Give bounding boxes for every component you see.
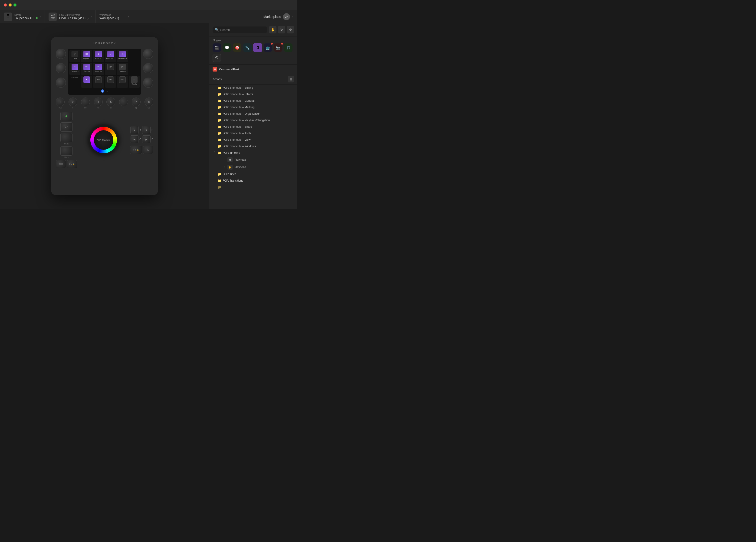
- chevron-titles: ›: [213, 173, 216, 176]
- screen-cell-beats[interactable]: ♪ Beats Per...: [105, 50, 116, 62]
- plugin-spotify[interactable]: 🎵: [284, 43, 293, 52]
- btn-undo[interactable]: Undo: [56, 133, 77, 145]
- knob-1[interactable]: [56, 49, 66, 59]
- btn-6[interactable]: 6 ↵: [119, 98, 128, 109]
- plugin-circle[interactable]: 🎯: [233, 43, 241, 52]
- knob-4[interactable]: [143, 49, 153, 59]
- plugin-clock[interactable]: ⏱: [213, 54, 221, 62]
- screen-cell-about[interactable]: ℹ About Fi...: [93, 50, 104, 62]
- center-area: ↩ Undo Save ⌨: [56, 112, 153, 168]
- knob-6[interactable]: [143, 78, 153, 88]
- tree-item-more[interactable]: › 📁 ...: [209, 184, 297, 191]
- cell-label-positionx: Position X: [119, 70, 126, 72]
- search-input-wrap[interactable]: 🔍: [213, 26, 267, 33]
- tree-label-effects: FCP: Shortcuts – Effects: [223, 93, 294, 96]
- plugin-twitch[interactable]: 📺: [264, 43, 272, 52]
- screen-cell-fav2[interactable]: ★ Favourite...: [69, 63, 80, 75]
- btn-down[interactable]: ▼: [142, 126, 151, 134]
- tree-item-windows[interactable]: › 📁 FCP: Shortcuts – Windows: [209, 143, 297, 150]
- filter-button[interactable]: ⚙: [287, 26, 294, 33]
- tree-item-tools[interactable]: › 📁 FCP: Shortcuts – Tools: [209, 130, 297, 137]
- user-avatar[interactable]: CH: [283, 13, 290, 20]
- number-button-row: 1 Tab 2 ⇧ 3 Ctrl 4 Alt: [56, 98, 153, 109]
- tree-label-playback: FCP: Shortcuts – Playback/Navigation: [223, 119, 294, 122]
- screen-cell-playhead[interactable]: Playhead: [69, 76, 80, 88]
- screen-cell-na1[interactable]: N/A: [105, 63, 116, 75]
- btn-save-rect: [60, 146, 72, 156]
- screen-cell-opacity[interactable]: ◐ Opacity: [129, 76, 140, 88]
- screen-cell-keyboard[interactable]: ⌨ Keyboar...: [81, 50, 92, 62]
- btn-4[interactable]: 4 Alt: [94, 98, 103, 109]
- knob-3[interactable]: [56, 78, 66, 88]
- btn-e[interactable]: E: [143, 146, 153, 154]
- cell-icon-fav3: ★: [83, 76, 90, 83]
- cell-label-about: About Fi...: [95, 58, 102, 59]
- minimize-button[interactable]: [9, 3, 12, 7]
- screen-cell-more[interactable]: ...: [129, 63, 140, 75]
- search-input[interactable]: [220, 28, 265, 32]
- screen-cell-empty1[interactable]: [129, 50, 140, 62]
- actions-settings-button[interactable]: ⊟: [288, 76, 294, 82]
- btn-green-led[interactable]: [56, 112, 77, 121]
- screen-cell-clock[interactable]: 🖱⬆ Clock: [69, 50, 80, 62]
- btn-left[interactable]: ◀: [130, 135, 138, 143]
- screen-cell-positionx[interactable]: XY Position X: [117, 63, 128, 75]
- btn-5[interactable]: 5 ⌘: [106, 98, 115, 109]
- screen-cell-fav1[interactable]: ★ Favourite 01: [117, 50, 128, 62]
- profile-chevron-icon: ›: [91, 15, 92, 18]
- screen-cell-zoomout[interactable]: 🔍- Zoom Out: [93, 63, 104, 75]
- plugin-tool[interactable]: 🔧: [243, 43, 252, 52]
- tree-item-view[interactable]: › 📁 FCP: Shortcuts – View: [209, 137, 297, 143]
- tree-item-organization[interactable]: › 📁 FCP: Shortcuts – Organization: [209, 111, 297, 117]
- tree-sub-playhead-2[interactable]: ⋮⋮ ✋ Playhead: [209, 164, 297, 171]
- btn-keyboard[interactable]: ⌨: [56, 160, 66, 168]
- color-wheel[interactable]: FCP Shadows: [89, 125, 119, 155]
- tree-item-titles[interactable]: › 📁 FCP: Titles: [209, 171, 297, 178]
- screen-cell-na4[interactable]: N/A: [117, 76, 128, 88]
- plugin-loupedeck[interactable]: 🎛: [253, 43, 262, 52]
- device-section[interactable]: 🎛 Device Loupedeck CT ›: [0, 10, 45, 23]
- btn-right[interactable]: ▶: [142, 135, 151, 143]
- btn-return[interactable]: ↩: [56, 122, 77, 132]
- btn-7[interactable]: 7 🗑: [132, 98, 141, 109]
- btn-save[interactable]: Save: [56, 146, 77, 158]
- btn-label-backspace: ⌫: [148, 107, 150, 109]
- screen-cell-fav3[interactable]: ★: [81, 76, 92, 88]
- marketplace-section[interactable]: Marketplace CH ›: [259, 10, 297, 23]
- screen-cell-na3[interactable]: N/A: [105, 76, 116, 88]
- close-button[interactable]: [4, 3, 7, 7]
- screen-cell-na2[interactable]: N/A: [93, 76, 104, 88]
- btn-2[interactable]: 2 ⇧: [69, 98, 77, 109]
- plugin-companion[interactable]: 💬: [223, 43, 231, 52]
- actions-title: Actions: [213, 78, 222, 81]
- cell-icon-keyboard: ⌨: [83, 51, 90, 57]
- tree-item-share[interactable]: › 📁 FCP: Shortcuts – Share: [209, 124, 297, 130]
- btn-up[interactable]: ▲: [130, 126, 139, 134]
- workspace-section[interactable]: Workspace Workspace (1) ›: [96, 10, 133, 23]
- tree-item-general[interactable]: › 📁 FCP: Shortcuts – General: [209, 98, 297, 104]
- btn-1[interactable]: 1 Tab: [56, 98, 65, 109]
- tree-item-editing[interactable]: › 📁 FCP: Shortcuts – Editing: [209, 85, 297, 91]
- tree-item-playback[interactable]: › 📁 FCP: Shortcuts – Playback/Navigation: [209, 117, 297, 124]
- knob-2[interactable]: [56, 63, 66, 73]
- tree-item-marking[interactable]: › 📁 FCP: Shortcuts – Marking: [209, 104, 297, 111]
- plugin-fcp[interactable]: 🎬: [213, 43, 221, 52]
- maximize-button[interactable]: [13, 3, 16, 7]
- knob-5[interactable]: [143, 63, 153, 73]
- tree-item-effects[interactable]: › 📁 FCP: Shortcuts – Effects: [209, 91, 297, 98]
- twitch-badge: [271, 43, 273, 45]
- btn-fn-right[interactable]: Fn 🔒: [130, 146, 142, 154]
- btn-3[interactable]: 3 Ctrl: [81, 98, 90, 109]
- tree-sub-playhead-1[interactable]: ⋮⋮ ⏺ Playhead: [209, 156, 297, 164]
- hand-tool-button[interactable]: ✋: [269, 26, 276, 33]
- btn-fn-lock[interactable]: Fn 🔒: [67, 160, 77, 168]
- plugin-camera[interactable]: 📷: [274, 43, 282, 52]
- refresh-button[interactable]: ↻: [278, 26, 285, 33]
- tree-label-windows: FCP: Shortcuts – Windows: [223, 145, 294, 148]
- btn-8[interactable]: 8 ⌫: [145, 98, 153, 109]
- profile-section[interactable]: 🎬 Final Cut Pro Profile Final Cut Pro (v…: [45, 10, 96, 23]
- screen-cell-zoomin[interactable]: 🔍+ Zoom In: [81, 63, 92, 75]
- commandpost-label: CommandPost: [219, 68, 239, 71]
- tree-item-timeline[interactable]: › 📁 FCP: Timeline: [209, 150, 297, 156]
- tree-item-transitions[interactable]: › 📁 FCP: Transitions: [209, 178, 297, 184]
